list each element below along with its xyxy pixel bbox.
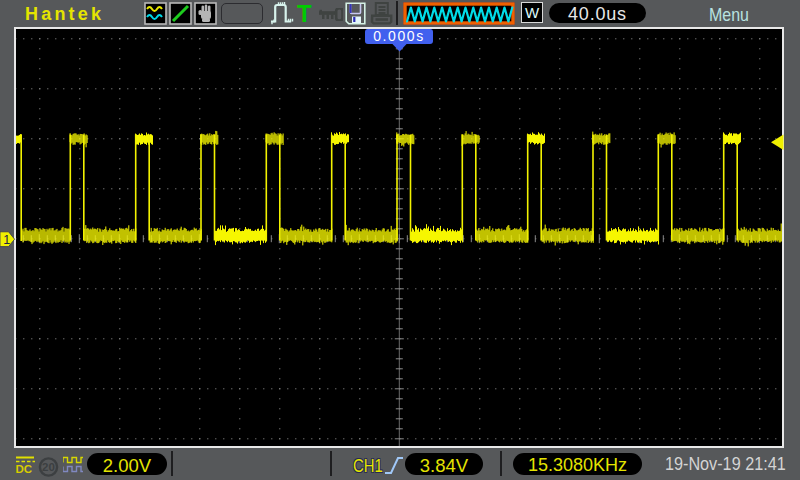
svg-text:1: 1 [3, 233, 10, 247]
svg-text:20: 20 [42, 461, 55, 473]
svg-text:DC: DC [16, 463, 33, 475]
